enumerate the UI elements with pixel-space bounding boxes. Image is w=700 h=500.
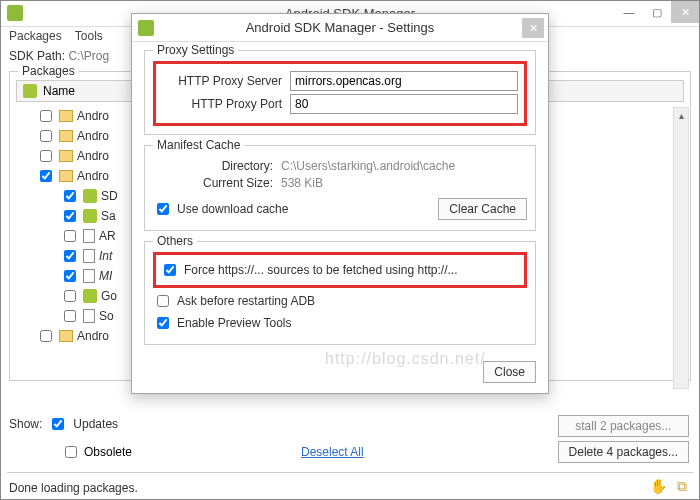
tree-checkbox[interactable] xyxy=(64,210,76,222)
app-icon xyxy=(7,5,23,21)
others-legend: Others xyxy=(153,234,197,248)
sdk-path-label: SDK Path: xyxy=(9,49,65,63)
android-icon xyxy=(83,289,97,303)
statusbar-divider xyxy=(7,472,693,473)
tree-checkbox[interactable] xyxy=(40,170,52,182)
force-http-checkbox[interactable] xyxy=(164,264,176,276)
tree-checkbox[interactable] xyxy=(40,330,52,342)
right-buttons: stall 2 packages... Delete 4 packages... xyxy=(558,415,689,463)
enable-preview-label: Enable Preview Tools xyxy=(177,316,292,330)
delete-packages-button[interactable]: Delete 4 packages... xyxy=(558,441,689,463)
packages-group-title: Packages xyxy=(18,64,79,78)
obsolete-checkbox[interactable] xyxy=(65,446,77,458)
deselect-all-link[interactable]: Deselect All xyxy=(301,445,364,459)
install-packages-button[interactable]: stall 2 packages... xyxy=(558,415,689,437)
doc-icon xyxy=(83,229,95,243)
status-icons: ✋ ⧉ xyxy=(650,478,687,495)
download-log-icon[interactable]: ⧉ xyxy=(677,478,687,495)
clear-cache-button[interactable]: Clear Cache xyxy=(438,198,527,220)
menu-packages[interactable]: Packages xyxy=(9,29,62,43)
updates-checkbox[interactable] xyxy=(52,418,64,430)
cache-size-value: 538 KiB xyxy=(281,176,323,190)
tree-checkbox[interactable] xyxy=(64,250,76,262)
updates-label: Updates xyxy=(73,417,118,431)
use-cache-checkbox[interactable] xyxy=(157,203,169,215)
tree-checkbox[interactable] xyxy=(64,290,76,302)
enable-preview-checkbox[interactable] xyxy=(157,317,169,329)
manifest-cache-fieldset: Manifest Cache Directory: C:\Users\stark… xyxy=(144,145,536,231)
manifest-legend: Manifest Cache xyxy=(153,138,244,152)
stop-icon[interactable]: ✋ xyxy=(650,478,667,495)
android-icon xyxy=(83,189,97,203)
scrollbar[interactable]: ▴ xyxy=(673,107,689,389)
dialog-close-button[interactable]: Close xyxy=(483,361,536,383)
ask-adb-checkbox[interactable] xyxy=(157,295,169,307)
cache-dir-label: Directory: xyxy=(153,159,273,173)
android-icon xyxy=(23,84,37,98)
doc-icon xyxy=(83,269,95,283)
dialog-app-icon xyxy=(138,20,154,36)
menu-tools[interactable]: Tools xyxy=(75,29,103,43)
obsolete-row: Obsolete xyxy=(61,443,132,461)
close-window-button[interactable] xyxy=(671,1,699,23)
show-label: Show: xyxy=(9,417,42,431)
folder-icon xyxy=(59,150,73,162)
status-text: Done loading packages. xyxy=(9,481,138,495)
force-http-label: Force https://... sources to be fetched … xyxy=(184,263,457,277)
tree-checkbox[interactable] xyxy=(64,230,76,242)
proxy-port-label: HTTP Proxy Port xyxy=(162,97,282,111)
dialog-close-icon[interactable]: ✕ xyxy=(522,18,544,38)
proxy-legend: Proxy Settings xyxy=(153,43,238,57)
proxy-settings-fieldset: Proxy Settings HTTP Proxy Server HTTP Pr… xyxy=(144,50,536,135)
name-column: Name xyxy=(43,84,75,98)
dialog-body: Proxy Settings HTTP Proxy Server HTTP Pr… xyxy=(132,42,548,393)
tree-checkbox[interactable] xyxy=(64,270,76,282)
maximize-button[interactable] xyxy=(643,1,671,23)
scroll-up-icon[interactable]: ▴ xyxy=(674,108,688,124)
proxy-port-row: HTTP Proxy Port xyxy=(162,94,518,114)
dialog-footer: Close xyxy=(144,355,536,383)
proxy-port-input[interactable] xyxy=(290,94,518,114)
main-window: Android SDK Manager Packages Tools SDK P… xyxy=(0,0,700,500)
dialog-title: Android SDK Manager - Settings xyxy=(246,20,435,35)
obsolete-label: Obsolete xyxy=(84,445,132,459)
settings-dialog: Android SDK Manager - Settings ✕ Proxy S… xyxy=(131,13,549,394)
force-http-highlight-box: Force https://... sources to be fetched … xyxy=(153,252,527,288)
tree-checkbox[interactable] xyxy=(40,110,52,122)
tree-checkbox[interactable] xyxy=(40,150,52,162)
minimize-button[interactable] xyxy=(615,1,643,23)
use-cache-label: Use download cache xyxy=(177,202,288,216)
tree-checkbox[interactable] xyxy=(64,310,76,322)
cache-dir-value: C:\Users\starking\.android\cache xyxy=(281,159,455,173)
tree-checkbox[interactable] xyxy=(40,130,52,142)
proxy-server-input[interactable] xyxy=(290,71,518,91)
sdk-path-value: C:\Prog xyxy=(68,49,109,63)
android-icon xyxy=(83,209,97,223)
ask-adb-label: Ask before restarting ADB xyxy=(177,294,315,308)
folder-icon xyxy=(59,330,73,342)
doc-icon xyxy=(83,249,95,263)
proxy-highlight-box: HTTP Proxy Server HTTP Proxy Port xyxy=(153,61,527,126)
others-fieldset: Others Force https://... sources to be f… xyxy=(144,241,536,345)
doc-icon xyxy=(83,309,95,323)
window-buttons xyxy=(615,1,699,23)
folder-icon xyxy=(59,110,73,122)
tree-checkbox[interactable] xyxy=(64,190,76,202)
proxy-server-label: HTTP Proxy Server xyxy=(162,74,282,88)
folder-icon xyxy=(59,170,73,182)
dialog-titlebar: Android SDK Manager - Settings ✕ xyxy=(132,14,548,42)
cache-size-label: Current Size: xyxy=(153,176,273,190)
folder-icon xyxy=(59,130,73,142)
proxy-server-row: HTTP Proxy Server xyxy=(162,71,518,91)
